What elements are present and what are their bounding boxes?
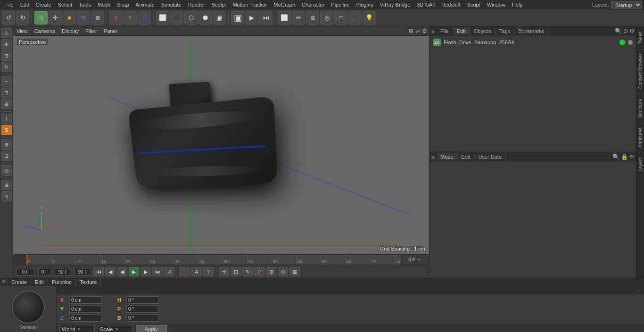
extra-key-btn[interactable]: P (254, 267, 264, 276)
om-tab-objects[interactable]: Objects (470, 27, 495, 35)
uv-mode-btn[interactable]: ▣ (213, 11, 226, 24)
menu-vray[interactable]: V-Ray Bridge (377, 1, 414, 8)
help-btn[interactable]: ? (203, 267, 214, 276)
menu-snap[interactable]: Snap (114, 1, 132, 8)
om-tab-file[interactable]: File (437, 27, 453, 35)
extra-render-btn[interactable]: ▦ (289, 267, 300, 276)
menu-plugins[interactable]: Plugins (353, 1, 376, 8)
left-btn-move[interactable]: ✛ (1, 39, 12, 49)
loop-btn[interactable]: ↺ (164, 267, 174, 276)
step-back-btn[interactable]: ◀ (105, 267, 116, 276)
left-btn-magnet[interactable]: ◎ (1, 165, 12, 176)
left-btn-rotate[interactable]: ↻ (1, 62, 12, 72)
rotate-button[interactable]: ↻ (77, 11, 90, 24)
attr-tab-mode[interactable]: Mode (437, 153, 458, 161)
bottom-tab-function[interactable]: Function (48, 278, 76, 286)
far-tab-content-browser[interactable]: Content Browser (637, 49, 644, 93)
timeline-ruler[interactable]: 0 5 10 15 20 25 30 35 40 45 50 55 60 65 (13, 255, 429, 265)
viewport-camera-icon[interactable]: ⇌ (415, 28, 420, 34)
far-tab-takes[interactable]: Takes (637, 26, 644, 49)
x-pos-input[interactable] (69, 296, 101, 304)
step-fwd-btn[interactable]: ▶ (140, 267, 151, 276)
render-all-btn[interactable]: ⏭ (259, 11, 272, 24)
attr-settings-icon[interactable]: ⚙ (629, 154, 635, 160)
menu-script[interactable]: Script (464, 1, 484, 8)
z-axis-btn[interactable]: Z (138, 11, 151, 24)
play-reverse-btn[interactable]: ◀ (117, 267, 127, 276)
start-frame-input[interactable] (16, 268, 35, 275)
p-rot-input[interactable] (126, 305, 158, 313)
attr-tab-edit[interactable]: Edit (458, 153, 475, 161)
material-sphere[interactable] (12, 291, 45, 324)
render-active-btn[interactable]: ▶ (245, 11, 258, 24)
select-model-button[interactable]: ⊹ (34, 11, 48, 24)
menu-help[interactable]: Help (509, 1, 526, 8)
om-tab-tags[interactable]: Tags (495, 27, 514, 35)
preview-end-input[interactable] (55, 268, 71, 275)
om-search-icon[interactable]: 🔍 (615, 28, 622, 34)
scale-dropdown[interactable]: Scale ▼ (98, 325, 133, 332)
left-btn-faces[interactable]: ⊞ (1, 99, 12, 109)
menu-edit[interactable]: Edit (17, 1, 33, 8)
left-btn-grid[interactable]: ⊞ (1, 180, 12, 190)
bottom-tab-texture[interactable]: Texture (76, 278, 101, 286)
point-mode-btn[interactable]: ⬛ (170, 11, 183, 24)
viewport-settings-icon[interactable]: ⚙ (422, 28, 427, 34)
left-btn-points[interactable]: • (1, 76, 12, 87)
world-dropdown[interactable]: World ▼ (59, 325, 95, 332)
far-tab-structure[interactable]: Structure (637, 94, 644, 123)
h-rot-input[interactable] (126, 296, 158, 304)
record-btn[interactable]: ● (180, 267, 190, 276)
attr-lock-icon[interactable]: 🔒 (621, 154, 628, 160)
preview-start-input[interactable] (38, 268, 51, 275)
viewport-menu-display[interactable]: Display (60, 28, 80, 34)
x-axis-btn[interactable]: X (109, 11, 123, 24)
goto-start-btn[interactable]: ⏮ (93, 267, 104, 276)
menu-render[interactable]: Render (185, 1, 208, 8)
menu-simulate[interactable]: Simulate (158, 1, 185, 8)
material-entry[interactable]: Samsun (12, 291, 45, 330)
menu-window[interactable]: Window (484, 1, 509, 8)
cube-btn[interactable]: ⬜ (278, 11, 291, 24)
attr-search-icon[interactable]: 🔍 (612, 154, 619, 160)
far-tab-attributes[interactable]: Attributes (637, 122, 644, 152)
menu-select[interactable]: Select (55, 1, 76, 8)
z-pos-input[interactable] (69, 314, 101, 322)
extra-grid-btn[interactable]: ⊞ (266, 267, 276, 276)
menu-create[interactable]: Create (33, 1, 55, 8)
left-btn-knife[interactable]: ⌇ (1, 113, 12, 124)
far-tab-layers[interactable]: Layers (637, 152, 644, 176)
extra-dots-btn[interactable]: ⊙ (278, 267, 288, 276)
om-tab-bookmarks[interactable]: Bookmarks (514, 27, 548, 35)
light-btn[interactable]: 💡 (363, 11, 376, 24)
left-btn-cursor[interactable]: ⊹ (1, 28, 12, 38)
menu-file[interactable]: File (2, 1, 17, 8)
viewport-menu-filter[interactable]: Filter (84, 28, 98, 34)
redo-button[interactable]: ↻ (16, 11, 29, 24)
b-rot-input[interactable] (126, 314, 158, 322)
left-btn-mirror[interactable]: ⊟ (1, 151, 12, 161)
timeline-arrow[interactable]: ▼ (417, 257, 421, 262)
left-btn-snap[interactable]: ⊕ (1, 139, 12, 150)
menu-pipeline[interactable]: Pipeline (328, 1, 353, 8)
poly-mode-btn[interactable]: ⬢ (198, 11, 212, 24)
sel-btn[interactable]: ◻ (334, 11, 347, 24)
menu-tools[interactable]: Tools (75, 1, 94, 8)
menu-mograph[interactable]: MoGraph (270, 1, 298, 8)
om-settings-icon[interactable]: ⚙ (629, 28, 635, 34)
viewport-menu-cameras[interactable]: Cameras (33, 28, 57, 34)
left-btn-dots[interactable]: ⊙ (1, 191, 12, 202)
bottom-tab-create[interactable]: Create (8, 278, 31, 286)
menu-mesh[interactable]: Mesh (94, 1, 114, 8)
bottom-tab-edit[interactable]: Edit (31, 278, 48, 286)
play-btn[interactable]: ▶ (129, 267, 139, 276)
goto-end-btn[interactable]: ⏭ (152, 267, 163, 276)
scale-button[interactable]: ■ (63, 11, 76, 24)
object-mode-btn[interactable]: ⬜ (156, 11, 169, 24)
attr-tab-userdata[interactable]: User Data (475, 153, 506, 161)
menu-sculpt[interactable]: Sculpt (208, 1, 230, 8)
edge-mode-btn[interactable]: ⬡ (184, 11, 198, 24)
viewport-canvas[interactable]: X Y Z Perspective Grid Spacing : 1 cm (13, 36, 429, 254)
menu-motion-tracker[interactable]: Motion Tracker (229, 1, 270, 8)
menu-3dtoall[interactable]: 3DToAll (413, 1, 438, 8)
